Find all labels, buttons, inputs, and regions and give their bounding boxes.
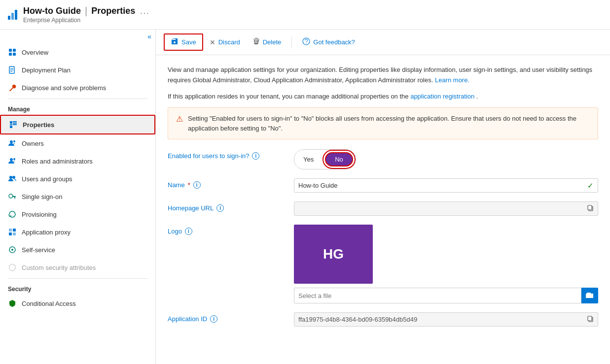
sidebar-item-label: Owners: [22, 140, 44, 147]
name-input[interactable]: [294, 179, 587, 192]
manage-section-label: Manage: [0, 101, 155, 115]
name-label: Name * i: [168, 178, 286, 189]
sidebar-item-app-proxy[interactable]: Application proxy: [0, 223, 155, 241]
grid-icon: [8, 48, 17, 57]
properties-icon: [9, 120, 18, 129]
sidebar-item-deployment-plan[interactable]: Deployment Plan: [0, 61, 155, 79]
feedback-icon: [302, 37, 310, 47]
svg-rect-13: [13, 124, 17, 125]
svg-point-16: [10, 158, 13, 161]
toggle-no-button[interactable]: No: [325, 152, 353, 166]
svg-point-17: [13, 158, 15, 160]
app-id-value: ffa19975-d4b8-4364-bd09-6359b4db5d49: [294, 313, 583, 326]
form-row-app-id: Application ID i ffa19975-d4b8-4364-bd09…: [168, 312, 598, 327]
homepage-info-icon[interactable]: i: [216, 204, 224, 212]
form-row-logo: Logo i HG: [168, 225, 598, 303]
sidebar-item-properties[interactable]: Properties: [0, 115, 155, 134]
app-id-label: Application ID i: [168, 312, 286, 323]
sidebar-item-overview[interactable]: Overview: [0, 43, 155, 61]
app-id-copy-button[interactable]: [583, 313, 598, 326]
owners-icon: [8, 139, 17, 148]
more-options-icon[interactable]: ...: [140, 7, 149, 16]
conditional-access-icon: [8, 299, 17, 308]
file-select-input[interactable]: [294, 288, 581, 303]
form-row-homepage: Homepage URL i: [168, 201, 598, 216]
toolbar: Save ✕ Discard Delete Got feedback?: [156, 30, 610, 55]
app-logo: [8, 10, 17, 20]
sidebar-item-custom-security[interactable]: Custom security attributes: [0, 259, 155, 276]
svg-rect-22: [14, 197, 15, 199]
form-section: Enabled for users to sign-in? i Yes No: [168, 149, 598, 327]
app-proxy-icon: [8, 228, 17, 236]
self-service-icon: [8, 245, 17, 254]
app-id-info-icon[interactable]: i: [210, 315, 217, 323]
security-section-label: Security: [0, 281, 155, 295]
key-icon: [8, 192, 17, 201]
svg-rect-25: [9, 232, 12, 235]
sidebar-item-sso[interactable]: Single sign-on: [0, 188, 155, 205]
svg-rect-23: [9, 229, 12, 232]
homepage-label: Homepage URL i: [168, 201, 286, 212]
sidebar-item-conditional-access[interactable]: Conditional Access: [0, 295, 155, 312]
toggle-yes-button[interactable]: Yes: [294, 150, 323, 169]
sidebar-item-label: Single sign-on: [22, 193, 62, 200]
logo-control: HG: [294, 225, 598, 303]
sidebar-item-label: Deployment Plan: [22, 66, 71, 74]
sidebar-item-label: Users and groups: [22, 175, 72, 183]
sync-icon: [8, 210, 17, 219]
sidebar-item-self-service[interactable]: Self-service: [0, 241, 155, 259]
sidebar-item-label: Self-service: [22, 246, 55, 254]
page-title: Properties: [91, 6, 135, 16]
learn-more-link[interactable]: Learn more.: [435, 76, 469, 84]
name-info-icon[interactable]: i: [193, 181, 201, 189]
top-bar: How-to Guide | Properties ... Enterprise…: [0, 0, 610, 30]
sidebar-item-label: Properties: [23, 121, 54, 129]
svg-rect-3: [13, 53, 16, 56]
sidebar-item-users-groups[interactable]: Users and groups: [0, 170, 155, 188]
toolbar-divider: [291, 36, 292, 48]
discard-button[interactable]: ✕ Discard: [203, 35, 247, 50]
name-control: ✓: [294, 178, 598, 193]
file-browse-button[interactable]: [581, 288, 598, 303]
content-body: View and manage application settings for…: [156, 55, 610, 364]
title-separator: |: [85, 5, 87, 17]
svg-rect-33: [588, 316, 592, 321]
homepage-copy-button[interactable]: [583, 202, 598, 215]
svg-rect-0: [9, 49, 12, 52]
sidebar-item-roles-admins[interactable]: Roles and administrators: [0, 152, 155, 170]
warning-box: ⚠ Setting "Enabled for users to sign-in"…: [168, 107, 598, 139]
sidebar-item-owners[interactable]: Owners: [0, 134, 155, 152]
warning-icon: ⚠: [176, 114, 183, 124]
feedback-button[interactable]: Got feedback?: [296, 34, 361, 50]
delete-button[interactable]: Delete: [247, 34, 288, 50]
wrench-icon: [8, 83, 17, 92]
logo-info-icon[interactable]: i: [185, 228, 192, 235]
file-select-row: [294, 288, 598, 303]
sidebar-item-provisioning[interactable]: Provisioning: [0, 205, 155, 223]
logo-label: Logo i: [168, 225, 286, 235]
logo-initials: HG: [323, 246, 344, 262]
logo-icon: [8, 10, 17, 20]
app-registration-link[interactable]: application registration: [410, 93, 474, 100]
enabled-control: Yes No: [294, 149, 598, 169]
homepage-input[interactable]: [294, 202, 583, 215]
sidebar-collapse-btn[interactable]: «: [0, 30, 155, 43]
app-reg-text: If this application resides in your tena…: [168, 92, 598, 102]
svg-rect-8: [10, 121, 12, 124]
book-icon: [8, 66, 17, 74]
homepage-control: [294, 201, 598, 216]
toggle-no-wrapper: No: [323, 150, 356, 169]
sidebar-item-diagnose[interactable]: Diagnose and solve problems: [0, 79, 155, 97]
sidebar-item-label: Roles and administrators: [22, 158, 93, 165]
enabled-info-icon[interactable]: i: [252, 152, 259, 160]
sidebar-item-label: Custom security attributes: [22, 264, 96, 271]
app-id-wrapper: ffa19975-d4b8-4364-bd09-6359b4db5d49: [294, 312, 598, 327]
svg-rect-12: [13, 123, 17, 124]
svg-rect-9: [10, 124, 12, 125]
svg-rect-24: [13, 229, 16, 232]
collapse-icon[interactable]: «: [147, 33, 151, 40]
description-text: View and manage application settings for…: [168, 65, 598, 86]
svg-point-14: [10, 140, 13, 143]
delete-icon: [253, 37, 260, 47]
save-button[interactable]: Save: [164, 33, 203, 51]
